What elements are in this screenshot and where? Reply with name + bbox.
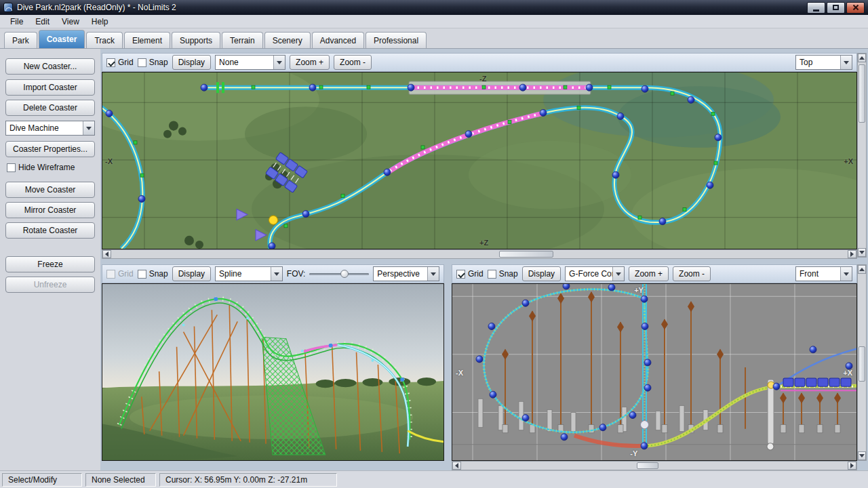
- persp-snap-checkbox[interactable]: Snap: [138, 269, 168, 279]
- axis-label-top: +Y: [634, 286, 644, 294]
- delete-coaster-button[interactable]: Delete Coaster: [5, 100, 95, 116]
- dropdown-arrow-button[interactable]: [840, 56, 852, 69]
- axis-label-left: -X: [105, 157, 113, 165]
- fov-slider[interactable]: [309, 266, 369, 281]
- display-mode-value: None: [216, 56, 273, 69]
- front-zoom-in-button[interactable]: Zoom +: [629, 266, 669, 281]
- top-snap-checkbox[interactable]: Snap: [138, 58, 168, 67]
- dropdown-arrow-button[interactable]: [427, 267, 439, 281]
- front-view-select[interactable]: Front: [795, 266, 852, 281]
- scrollbar-thumb[interactable]: [859, 64, 865, 123]
- status-bar: Select/Modify None Selected Cursor: X: 5…: [0, 470, 868, 488]
- tab-park[interactable]: Park: [4, 32, 37, 48]
- snap-label: Snap: [149, 58, 168, 67]
- top-viewport-hscrollbar[interactable]: [102, 249, 857, 259]
- checkbox-unchecked-icon: [488, 270, 496, 279]
- top-viewport[interactable]: -Z +Z -X +X: [102, 72, 857, 249]
- top-viewport-toolbar: Grid Snap Display None Zoom + Zoom - Top: [102, 53, 857, 72]
- scrollbar-thumb[interactable]: [499, 251, 553, 258]
- tab-advanced[interactable]: Advanced: [312, 32, 364, 48]
- front-grid-checkbox[interactable]: Grid: [456, 269, 484, 279]
- top-display-button[interactable]: Display: [172, 55, 211, 70]
- window-title: Dive Park.nl2park (ReadOnly) * - NoLimit…: [17, 3, 806, 12]
- scroll-down-button[interactable]: [858, 451, 866, 460]
- status-mode: Select/Modify: [2, 473, 82, 487]
- chevron-down-icon: [277, 61, 282, 64]
- top-grid-checkbox[interactable]: Grid: [106, 58, 134, 67]
- tab-scenery[interactable]: Scenery: [264, 32, 311, 48]
- front-viewport-hscrollbar[interactable]: [452, 461, 857, 470]
- scrollbar-thumb[interactable]: [859, 346, 865, 382]
- persp-display-button[interactable]: Display: [172, 266, 211, 281]
- tab-professional[interactable]: Professional: [366, 32, 427, 48]
- freeze-button[interactable]: Freeze: [5, 256, 95, 272]
- tab-track[interactable]: Track: [86, 32, 123, 48]
- menu-edit[interactable]: Edit: [29, 16, 56, 27]
- persp-view-select[interactable]: Perspective: [373, 266, 439, 281]
- chevron-down-icon: [844, 61, 849, 64]
- front-display-mode-select[interactable]: G-Force Com: [565, 266, 625, 281]
- coaster-select[interactable]: Dive Machine: [5, 121, 95, 136]
- top-view-select[interactable]: Top: [795, 55, 852, 70]
- top-zoom-out-button[interactable]: Zoom -: [334, 55, 372, 70]
- checkbox-unchecked-icon: [106, 270, 115, 279]
- dropdown-arrow-button[interactable]: [271, 267, 282, 281]
- scroll-down-button[interactable]: [858, 248, 866, 257]
- front-display-button[interactable]: Display: [522, 266, 561, 281]
- front-snap-checkbox[interactable]: Snap: [488, 269, 518, 279]
- view-select-value: Top: [796, 56, 840, 69]
- snap-label: Snap: [149, 269, 168, 279]
- front-viewport-vscrollbar[interactable]: [857, 264, 867, 461]
- menu-help[interactable]: Help: [85, 16, 115, 27]
- display-mode-value: Spline: [216, 267, 271, 281]
- status-selection: None Selected: [85, 473, 156, 487]
- new-coaster-button[interactable]: New Coaster...: [5, 58, 95, 75]
- title-bar[interactable]: Dive Park.nl2park (ReadOnly) * - NoLimit…: [0, 0, 868, 15]
- scrollbar-thumb[interactable]: [637, 462, 658, 469]
- maximize-button[interactable]: [827, 2, 845, 14]
- dropdown-arrow-button[interactable]: [612, 267, 624, 281]
- tab-coaster[interactable]: Coaster: [39, 30, 85, 48]
- close-icon: [852, 4, 859, 11]
- dropdown-arrow-button[interactable]: [273, 56, 285, 69]
- rotate-coaster-button[interactable]: Rotate Coaster: [5, 222, 95, 239]
- menu-view[interactable]: View: [56, 16, 85, 27]
- unfreeze-button: Unfreeze: [5, 277, 95, 293]
- perspective-viewport[interactable]: [102, 283, 444, 461]
- scroll-left-button[interactable]: [452, 462, 461, 470]
- grid-label: Grid: [468, 269, 484, 279]
- persp-display-mode-select[interactable]: Spline: [215, 266, 283, 281]
- top-display-mode-select[interactable]: None: [215, 55, 285, 70]
- minimize-button[interactable]: [807, 2, 825, 14]
- tab-element[interactable]: Element: [124, 32, 170, 48]
- view-select-value: Front: [796, 267, 840, 281]
- slider-thumb[interactable]: [340, 270, 349, 278]
- close-button[interactable]: [846, 2, 865, 14]
- tab-terrain[interactable]: Terrain: [222, 32, 263, 48]
- chevron-down-icon: [616, 272, 621, 276]
- coaster-select-arrow-button[interactable]: [83, 121, 94, 135]
- hide-wireframe-label: Hide Wireframe: [18, 163, 75, 172]
- front-zoom-out-button[interactable]: Zoom -: [673, 266, 711, 281]
- coaster-properties-button[interactable]: Coaster Properties...: [5, 141, 95, 157]
- slider-track: [309, 273, 369, 275]
- tab-supports[interactable]: Supports: [172, 32, 220, 48]
- arrow-left-icon: [455, 463, 458, 468]
- perspective-viewport-toolbar: Grid Snap Display Spline FOV: Perspectiv…: [102, 264, 444, 283]
- scroll-up-button[interactable]: [858, 265, 866, 274]
- front-viewport[interactable]: +Y -Y -X +X: [452, 283, 857, 461]
- menu-file[interactable]: File: [4, 16, 29, 27]
- scroll-up-button[interactable]: [858, 54, 866, 62]
- hide-wireframe-checkbox[interactable]: Hide Wireframe: [7, 163, 75, 172]
- import-coaster-button[interactable]: Import Coaster: [5, 79, 95, 96]
- scroll-right-button[interactable]: [848, 462, 856, 470]
- top-viewport-vscrollbar[interactable]: [857, 53, 867, 258]
- scroll-right-button[interactable]: [848, 250, 856, 258]
- mirror-coaster-button[interactable]: Mirror Coaster: [5, 202, 95, 218]
- scroll-left-button[interactable]: [102, 250, 111, 258]
- arrow-right-icon: [850, 251, 854, 257]
- arrow-left-icon: [105, 251, 108, 257]
- move-coaster-button[interactable]: Move Coaster: [5, 182, 95, 198]
- dropdown-arrow-button[interactable]: [840, 267, 852, 281]
- top-zoom-in-button[interactable]: Zoom +: [290, 55, 330, 70]
